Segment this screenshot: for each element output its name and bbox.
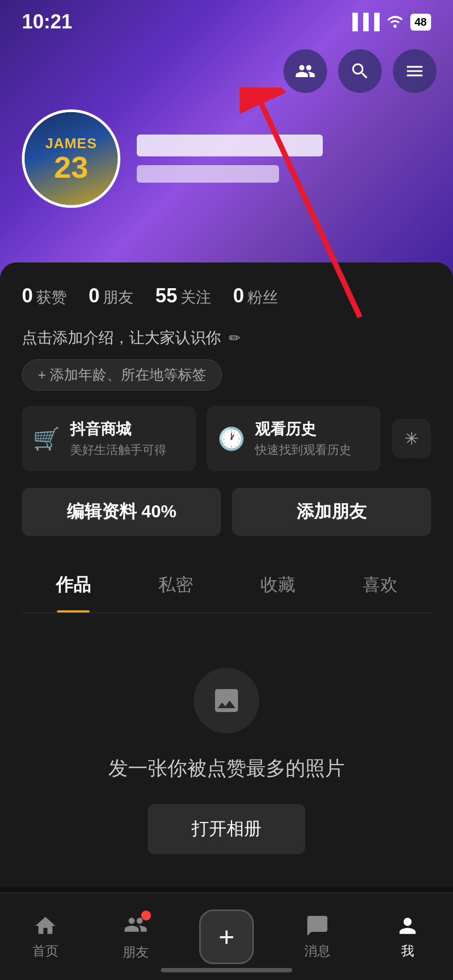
userid-blurred — [137, 165, 279, 183]
history-feature-card[interactable]: 🕐 观看历史 快速找到观看历史 — [207, 406, 381, 471]
tabs-row: 作品 私密 收藏 喜欢 — [22, 558, 431, 613]
status-time: 10:21 — [22, 10, 72, 33]
jersey-name: JAMES — [45, 135, 97, 152]
feature-row: 🛒 抖音商城 美好生活触手可得 🕐 观看历史 快速找到观看历史 ✳ — [22, 406, 431, 471]
photo-icon — [211, 685, 242, 716]
tab-works-label: 作品 — [56, 575, 91, 594]
history-subtitle: 快速找到观看历史 — [255, 442, 351, 458]
followers-count: 0 — [233, 284, 244, 307]
tab-collections[interactable]: 收藏 — [226, 558, 329, 612]
signal-icon: ▐▐▐ — [347, 13, 380, 31]
jersey-number: 23 — [54, 152, 88, 183]
open-album-button[interactable]: 打开相册 — [148, 804, 305, 854]
menu-button[interactable] — [393, 49, 437, 93]
empty-title: 发一张你被点赞最多的照片 — [108, 755, 345, 782]
tab-likes-label: 喜欢 — [363, 575, 398, 594]
tab-private-label: 私密 — [158, 575, 193, 594]
stats-row: 0 获赞 0 朋友 55 关注 0 粉丝 — [22, 284, 431, 308]
asterisk-icon: ✳ — [404, 428, 419, 449]
add-tag-label: + 添加年龄、所在地等标签 — [38, 365, 206, 384]
tab-private[interactable]: 私密 — [124, 558, 226, 612]
nav-post[interactable]: + — [181, 909, 272, 964]
bio-add-text[interactable]: 点击添加介绍，让大家认识你 ✏ — [22, 328, 431, 348]
edit-icon: ✏ — [229, 330, 241, 347]
friends-icon — [295, 61, 316, 81]
bottom-nav: 首页 朋友 + 消息 我 — [0, 892, 453, 980]
nav-friends[interactable]: 朋友 — [91, 913, 182, 961]
avatar[interactable]: JAMES 23 — [22, 109, 120, 208]
following-count: 55 — [155, 284, 177, 307]
username-blurred — [137, 135, 323, 156]
nav-me-label: 我 — [401, 942, 414, 960]
shop-subtitle: 美好生活触手可得 — [70, 442, 166, 458]
add-tag-button[interactable]: + 添加年龄、所在地等标签 — [22, 359, 222, 390]
likes-count: 0 — [22, 284, 33, 307]
plus-icon: + — [218, 921, 234, 953]
likes-label: 获赞 — [36, 287, 67, 308]
nav-home-label: 首页 — [32, 942, 59, 960]
cart-icon: 🛒 — [33, 426, 60, 452]
status-icons: ▐▐▐ 48 — [347, 13, 431, 32]
bio-placeholder: 点击添加介绍，让大家认识你 — [22, 328, 221, 348]
following-label: 关注 — [181, 287, 211, 308]
main-card: 0 获赞 0 朋友 55 关注 0 粉丝 点击添加介绍，让大家认识你 ✏ + 添… — [0, 262, 453, 887]
empty-state: 发一张你被点赞最多的照片 打开相册 — [22, 613, 431, 887]
shop-feature-texts: 抖音商城 美好生活触手可得 — [70, 419, 166, 458]
tab-works[interactable]: 作品 — [22, 558, 124, 612]
profile-info — [137, 135, 431, 183]
add-friend-label: 添加朋友 — [297, 500, 367, 524]
profile-section: JAMES 23 — [0, 109, 453, 208]
tab-likes[interactable]: 喜欢 — [329, 558, 431, 612]
home-nav-icon — [33, 914, 57, 938]
bio-section: 点击添加介绍，让大家认识你 ✏ + 添加年龄、所在地等标签 — [22, 328, 431, 390]
nav-home[interactable]: 首页 — [0, 914, 91, 960]
action-row: 编辑资料 40% 添加朋友 — [22, 488, 431, 536]
battery-icon: 48 — [410, 14, 431, 31]
search-button[interactable] — [338, 49, 382, 93]
nav-friends-label: 朋友 — [123, 943, 149, 961]
search-icon — [350, 61, 370, 81]
wifi-icon — [386, 13, 404, 32]
nav-me[interactable]: 我 — [362, 914, 453, 960]
friends-button[interactable] — [283, 49, 327, 93]
clock-icon: 🕐 — [218, 426, 245, 452]
edit-profile-button[interactable]: 编辑资料 40% — [22, 488, 221, 536]
stat-likes: 0 获赞 — [22, 284, 67, 308]
edit-profile-label: 编辑资料 40% — [67, 500, 177, 524]
post-button[interactable]: + — [199, 909, 254, 964]
friends-notification-dot — [141, 911, 151, 920]
open-album-label: 打开相册 — [191, 819, 262, 838]
home-indicator — [161, 968, 292, 972]
shop-feature-card[interactable]: 🛒 抖音商城 美好生活触手可得 — [22, 406, 196, 471]
tab-collections-label: 收藏 — [260, 575, 295, 594]
avatar-image: JAMES 23 — [25, 112, 118, 205]
history-feature-texts: 观看历史 快速找到观看历史 — [255, 419, 351, 458]
friends-label: 朋友 — [103, 287, 133, 308]
stat-following[interactable]: 55 关注 — [155, 284, 211, 308]
stat-friends: 0 朋友 — [89, 284, 133, 308]
friends-count: 0 — [89, 284, 100, 307]
more-features-button[interactable]: ✳ — [392, 419, 431, 458]
history-title: 观看历史 — [255, 419, 351, 440]
shop-title: 抖音商城 — [70, 419, 166, 440]
add-friend-button[interactable]: 添加朋友 — [232, 488, 431, 536]
followers-label: 粉丝 — [247, 287, 278, 308]
top-action-icons — [283, 49, 437, 93]
profile-nav-icon — [396, 914, 420, 938]
nav-messages-label: 消息 — [304, 942, 330, 960]
nav-messages[interactable]: 消息 — [272, 914, 363, 960]
hamburger-icon — [404, 61, 425, 81]
status-bar: 10:21 ▐▐▐ 48 — [0, 0, 453, 44]
empty-icon-wrapper — [194, 668, 259, 733]
stat-followers[interactable]: 0 粉丝 — [233, 284, 278, 308]
messages-nav-icon — [305, 914, 329, 938]
